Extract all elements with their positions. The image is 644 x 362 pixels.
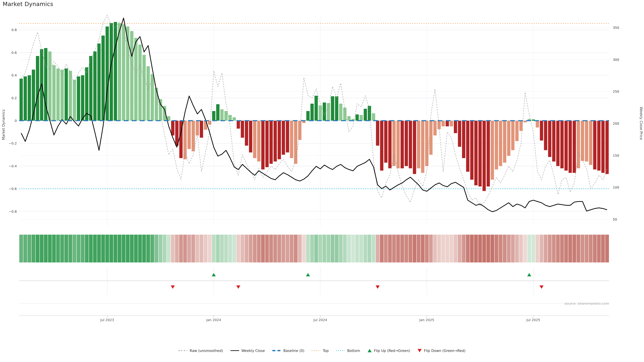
line-swatch-icon <box>272 350 281 351</box>
dynamics-bar <box>585 121 588 162</box>
heatmap-cell <box>56 235 60 263</box>
flip-up-marker <box>527 273 531 276</box>
heatmap-cell <box>556 235 560 263</box>
left-tick-label: −0.2 <box>8 141 17 145</box>
heatmap-cell <box>40 235 44 263</box>
heatmap-cell <box>376 235 379 263</box>
dynamics-bar <box>462 121 466 158</box>
dynamics-bar <box>106 26 109 121</box>
heatmap-cell <box>298 235 302 263</box>
heatmap-cell <box>380 235 384 263</box>
legend-item-baseline-0[interactable]: Baseline (0) <box>272 349 304 353</box>
dynamics-bar <box>142 55 146 121</box>
dynamics-bar <box>446 121 449 126</box>
dynamics-bar <box>556 121 560 166</box>
dynamics-bar <box>474 121 478 185</box>
heatmap-cell <box>224 235 228 263</box>
heatmap-cell <box>64 235 68 263</box>
heatmap-cell <box>347 235 351 263</box>
dynamics-bar <box>85 67 88 121</box>
heatmap-cell <box>257 235 260 263</box>
heatmap-cell <box>412 235 416 263</box>
dynamics-bar <box>433 121 437 135</box>
legend-item-bottom[interactable]: Bottom <box>336 349 360 353</box>
dynamics-bar <box>347 116 351 121</box>
dynamics-bar <box>122 24 125 121</box>
dynamics-bar <box>400 121 404 168</box>
legend-item-weekly-close[interactable]: Weekly Close <box>230 349 265 353</box>
dynamics-bar <box>413 121 416 174</box>
x-tick-label: Jul 2023 <box>100 318 114 322</box>
heatmap-cell <box>187 235 191 263</box>
heatmap-cell <box>355 235 359 263</box>
heatmap-cell <box>265 235 269 263</box>
dynamics-bar <box>282 121 285 155</box>
heatmap-cell <box>318 235 322 263</box>
line-swatch-icon <box>312 350 320 351</box>
dynamics-bar <box>228 115 232 121</box>
dynamics-bar <box>564 121 568 171</box>
dynamics-bar <box>499 121 502 166</box>
dynamics-bar <box>146 66 150 121</box>
heatmap-cell <box>216 235 220 263</box>
heatmap-cell <box>503 235 506 263</box>
flip-down-marker <box>540 285 544 289</box>
dynamics-bar <box>319 105 322 121</box>
heatmap-cell <box>183 235 187 263</box>
heatmap-cell <box>343 235 347 263</box>
dynamics-bar <box>270 121 273 164</box>
left-tick-label: 0.6 <box>12 51 17 55</box>
line-swatch-icon <box>230 350 239 351</box>
legend-item-raw-unsmoothed[interactable]: Raw (unsmoothed) <box>178 349 223 353</box>
heatmap-cell <box>310 235 314 263</box>
dynamics-bar <box>606 121 609 174</box>
dynamics-bar <box>454 121 457 133</box>
heatmap-cell <box>372 235 375 263</box>
heatmap-cell <box>253 235 256 263</box>
dynamics-bar <box>507 121 510 156</box>
heatmap-cell <box>68 235 72 263</box>
heatmap-cell <box>245 235 248 263</box>
dynamics-bar <box>98 43 101 121</box>
dynamics-bar <box>216 104 220 121</box>
chart-page: Market Dynamics 0.80.60.40.20−0.2−0.4−0.… <box>0 0 644 362</box>
heatmap-cell <box>212 235 216 263</box>
close-line <box>21 18 607 212</box>
legend-label: Weekly Close <box>242 349 265 353</box>
chart-legend: Raw (unsmoothed)Weekly CloseBaseline (0)… <box>0 349 644 353</box>
dynamics-bar <box>56 68 60 121</box>
heatmap-cell <box>532 235 535 263</box>
heatmap-cell <box>322 235 326 263</box>
dynamics-bar <box>573 121 576 173</box>
legend-item-top[interactable]: Top <box>312 349 329 353</box>
heatmap-cell <box>282 235 285 263</box>
heatmap-cell <box>150 235 154 263</box>
dynamics-bar <box>425 121 428 166</box>
heatmap-cell <box>441 235 445 263</box>
heatmap-cell <box>32 235 35 263</box>
dynamics-bar <box>306 111 310 121</box>
heatmap-cell <box>191 235 195 263</box>
flip-down-marker <box>171 285 175 289</box>
heatmap-cell <box>146 235 150 263</box>
legend-item-flip-up-red-green[interactable]: Flip Up (Red→Green) <box>368 349 410 353</box>
dynamics-bar <box>540 121 543 140</box>
dynamics-bar <box>286 121 289 152</box>
dynamics-bar <box>208 121 211 125</box>
dynamics-bar <box>356 114 359 121</box>
dynamics-bar <box>421 121 424 173</box>
heatmap-cell <box>585 235 588 263</box>
flip-up-marker <box>212 273 216 276</box>
legend-item-flip-down-green-red[interactable]: Flip Down (Green→Red) <box>418 349 466 353</box>
heatmap-cell <box>167 235 170 263</box>
dynamics-bar <box>372 113 375 121</box>
heatmap-cell <box>339 235 343 263</box>
heatmap-cell <box>294 235 298 263</box>
heatmap-cell <box>564 235 568 263</box>
dynamics-bar <box>134 38 138 121</box>
heatmap-cell <box>527 235 531 263</box>
dynamics-bar <box>339 104 342 121</box>
heatmap-cell <box>240 235 244 263</box>
dynamics-bar <box>364 109 367 121</box>
heatmap-cell <box>130 235 134 263</box>
